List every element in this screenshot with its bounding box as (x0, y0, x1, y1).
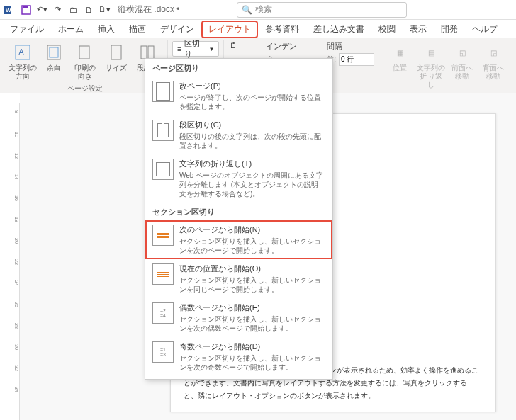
ruler-tick: 32 (11, 365, 19, 371)
ruler-tick: 14 (11, 174, 19, 180)
column-break-item[interactable]: 段区切り(C)段区切りの後の文字列は、次の段の先頭に配置されます。 (145, 115, 332, 154)
ribbon-tabs: ファイル ホーム 挿入 描画 デザイン レイアウト 参考資料 差し込み文書 校閲… (0, 20, 516, 38)
item-title: 現在の位置から開始(O) (179, 263, 325, 274)
ruler-tick: 12 (11, 153, 19, 159)
ruler-tick: 20 (11, 238, 19, 244)
page-break-item[interactable]: 改ページ(P)ページが終了し、次のページが開始する位置を指定します。 (145, 76, 332, 115)
item-desc: Web ページのオブジェクトの周囲にある文字列を分離します (本文とオブジェクト… (179, 171, 325, 198)
tab-mailings[interactable]: 差し込み文書 (306, 21, 371, 38)
even-page-icon: =2=4 (152, 302, 174, 324)
forward-icon: ◱ (452, 42, 472, 62)
undo-icon[interactable]: ↶▾ (34, 2, 50, 18)
item-title: 偶数ページから開始(E) (179, 302, 325, 313)
doc-line: と、隣にレイアウト・オプションのボタンが表示されます。 (184, 390, 483, 402)
ruler-tick: 30 (11, 344, 19, 350)
orientation-button[interactable]: 印刷の 向き (69, 41, 101, 82)
send-backward-button: ◲背面へ 移動 (478, 41, 509, 91)
text-wrap-break-item[interactable]: 文字列の折り返し(T)Web ページのオブジェクトの周囲にある文字列を分離します… (145, 154, 332, 203)
tab-draw[interactable]: 描画 (122, 21, 153, 38)
search-icon: 🔍 (242, 5, 252, 15)
tab-home[interactable]: ホーム (51, 21, 91, 38)
margins-icon (44, 42, 64, 62)
continuous-section-item[interactable]: 現在の位置から開始(O)セクション区切りを挿入し、新しいセクションを同じページで… (145, 259, 332, 298)
item-title: 奇数ページから開始(D) (179, 341, 325, 352)
svg-rect-11 (148, 46, 154, 59)
tab-file[interactable]: ファイル (3, 21, 51, 38)
next-page-section-item[interactable]: 次のページから開始(N)セクション区切りを挿入し、新しいセクションを次のページで… (145, 220, 332, 259)
tab-insert[interactable]: 挿入 (91, 21, 122, 38)
next-page-icon (152, 225, 174, 246)
size-button[interactable]: サイズ (101, 41, 132, 82)
text-wrap-icon (152, 159, 174, 180)
breaks-icon: ≡ (177, 45, 181, 53)
backward-icon: ◲ (483, 42, 503, 62)
file-icon[interactable]: 🗋 (81, 2, 96, 18)
ruler-tick: 24 (11, 280, 19, 286)
tab-layout[interactable]: レイアウト (201, 21, 258, 38)
ruler-tick: 28 (11, 323, 19, 329)
item-title: 改ページ(P) (179, 81, 325, 91)
page-setup-group: A文字列の 方向 余白 印刷の 向き サイズ 段組み ページ設定 (3, 40, 168, 91)
item-desc: セクション区切りを挿入し、新しいセクションを次の奇数ページで開始します。 (179, 353, 325, 372)
page-setup-label: ページ設定 (67, 82, 103, 93)
folder-icon[interactable]: 🗀 (65, 2, 81, 18)
position-button: ▦位置 (384, 41, 415, 91)
tab-developer[interactable]: 開発 (434, 21, 465, 38)
svg-text:W: W (6, 7, 11, 13)
ruler-tick: 8 (11, 110, 19, 113)
odd-page-section-item[interactable]: =1=3 奇数ページから開始(D)セクション区切りを挿入し、新しいセクションを次… (145, 337, 332, 376)
item-desc: 段区切りの後の文字列は、次の段の先頭に配置されます。 (179, 132, 325, 150)
item-desc: セクション区切りを挿入し、新しいセクションを次のページで開始します。 (179, 237, 325, 255)
bring-forward-button: ◱前面へ 移動 (447, 41, 478, 91)
ruler-vertical: 8 10 12 14 16 18 20 22 24 26 28 30 32 34 (11, 103, 20, 420)
ruler-tick: 34 (11, 387, 19, 392)
save-icon[interactable] (18, 2, 34, 18)
ruler-tick: 22 (11, 259, 19, 265)
svg-rect-7 (50, 47, 58, 57)
tab-view[interactable]: 表示 (403, 21, 434, 38)
wrap-text-button: ▤文字列の折 り返し (415, 41, 447, 91)
item-title: 文字列の折り返し(T) (179, 159, 325, 169)
arrange-group: ▦位置 ▤文字列の折 り返し ◱前面へ 移動 ◲背面へ 移動 配置 (380, 40, 513, 91)
breaks-label: 区切り (184, 38, 206, 59)
spacing-before-input[interactable] (339, 53, 374, 66)
continuous-icon (152, 263, 174, 285)
item-desc: セクション区切りを挿入し、新しいセクションを次の偶数ページで開始します。 (179, 314, 325, 333)
item-title: 段区切り(C) (179, 120, 325, 130)
svg-rect-8 (79, 46, 89, 59)
size-icon (106, 42, 126, 62)
word-icon: W (3, 4, 16, 16)
tab-review[interactable]: 校閲 (371, 21, 403, 38)
search-input[interactable]: 🔍 検索 (237, 2, 407, 18)
breaks-button[interactable]: ≡ 区切り ▼ (172, 41, 219, 57)
document-title: 縦横混在 .docx • (118, 4, 180, 16)
ruler-tick: 16 (11, 195, 19, 201)
tab-design[interactable]: デザイン (153, 21, 201, 38)
wrap-icon: ▤ (421, 42, 441, 62)
line-number-icon: 🗒 (230, 41, 237, 50)
margins-button[interactable]: 余白 (38, 41, 69, 82)
item-title: 次のページから開始(N) (179, 225, 325, 235)
item-desc: ページが終了し、次のページが開始する位置を指定します。 (179, 93, 325, 111)
tab-references[interactable]: 参考資料 (258, 21, 306, 38)
titlebar: W ↶▾ ↷ 🗀 🗋 🗋▾ 縦横混在 .docx • 🔍 検索 (0, 0, 516, 20)
page-break-icon (152, 81, 174, 102)
column-break-icon (152, 120, 174, 141)
even-page-section-item[interactable]: =2=4 偶数ページから開始(E)セクション区切りを挿入し、新しいセクションを次… (145, 298, 332, 337)
breaks-dropdown: ページ区切り 改ページ(P)ページが終了し、次のページが開始する位置を指定します… (145, 58, 333, 380)
redo-icon[interactable]: ↷ (50, 2, 65, 18)
page-breaks-header: ページ区切り (145, 59, 332, 76)
ruler-tick: 10 (11, 132, 19, 137)
ruler-tick: 18 (11, 217, 19, 222)
item-desc: セクション区切りを挿入し、新しいセクションを同じページで開始します。 (179, 276, 325, 294)
svg-rect-9 (111, 45, 121, 59)
svg-rect-3 (23, 6, 28, 8)
position-icon: ▦ (390, 42, 410, 62)
ruler-tick: 26 (11, 302, 19, 307)
section-breaks-header: セクション区切り (145, 203, 332, 220)
text-direction-button[interactable]: A文字列の 方向 (7, 41, 38, 82)
new-icon[interactable]: 🗋▾ (96, 2, 112, 18)
svg-rect-10 (141, 46, 147, 59)
tab-help[interactable]: ヘルプ (465, 21, 505, 38)
chevron-down-icon: ▼ (208, 46, 214, 52)
